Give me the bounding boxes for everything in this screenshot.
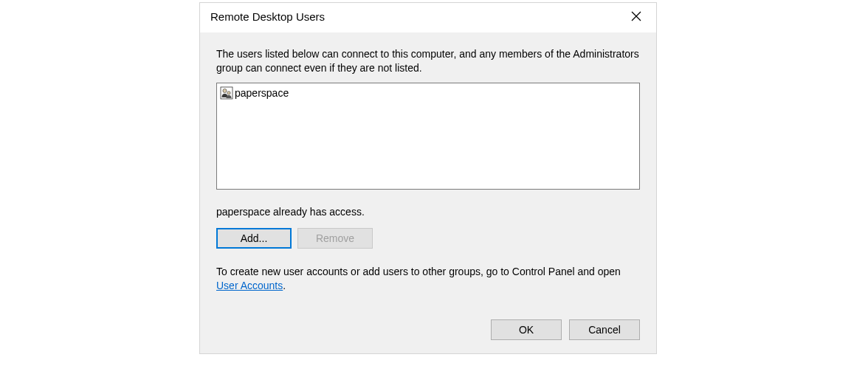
svg-point-4 <box>227 91 230 94</box>
user-name: paperspace <box>235 87 289 99</box>
close-button[interactable] <box>622 7 650 26</box>
hint-suffix: . <box>283 280 286 291</box>
user-list-item[interactable]: paperspace <box>220 86 636 100</box>
user-list[interactable]: paperspace <box>216 83 640 190</box>
user-action-buttons: Add... Remove <box>216 228 640 249</box>
description-text: The users listed below can connect to th… <box>216 47 640 75</box>
status-text: paperspace already has access. <box>216 206 640 218</box>
hint-text: To create new user accounts or add users… <box>216 265 640 293</box>
user-accounts-link[interactable]: User Accounts <box>216 280 283 291</box>
footer-buttons: OK Cancel <box>216 319 640 342</box>
cancel-button[interactable]: Cancel <box>569 319 640 340</box>
ok-button[interactable]: OK <box>491 319 562 340</box>
add-button[interactable]: Add... <box>216 228 292 249</box>
user-icon <box>220 86 233 100</box>
svg-point-3 <box>223 89 227 92</box>
titlebar: Remote Desktop Users <box>200 3 656 32</box>
hint-prefix: To create new user accounts or add users… <box>216 266 621 277</box>
dialog-title: Remote Desktop Users <box>210 10 325 23</box>
close-icon <box>631 11 641 21</box>
remove-button: Remove <box>297 228 373 249</box>
dialog-content: The users listed below can connect to th… <box>200 32 656 353</box>
remote-desktop-users-dialog: Remote Desktop Users The users listed be… <box>199 2 657 354</box>
